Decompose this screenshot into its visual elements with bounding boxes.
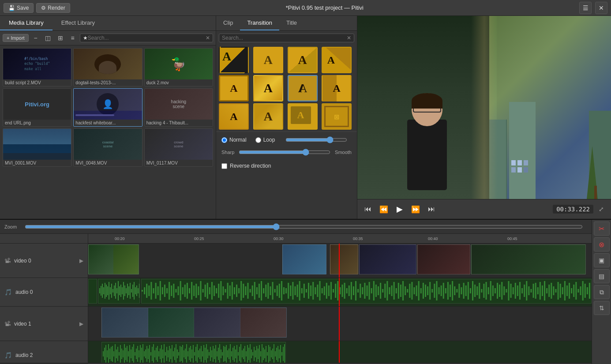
transition-item[interactable]: A: [322, 75, 352, 101]
svg-rect-346: [255, 350, 256, 357]
tool-link-button[interactable]: ⧉: [594, 285, 610, 299]
zoom-slider[interactable]: [25, 223, 583, 230]
audio-clip[interactable]: [98, 279, 140, 304]
clip-block[interactable]: [471, 244, 586, 274]
close-button[interactable]: ✕: [595, 2, 607, 14]
tool-ripple-button[interactable]: ▣: [594, 253, 610, 267]
clip-block[interactable]: [417, 244, 470, 274]
list-view-button[interactable]: ≡: [67, 33, 78, 43]
svg-rect-49: [182, 287, 184, 294]
audio-clip[interactable]: [88, 279, 97, 304]
transition-item[interactable]: A: [288, 47, 318, 73]
tool-swap-button[interactable]: ⇅: [594, 301, 610, 315]
svg-rect-241: [116, 349, 117, 358]
skip-to-start-button[interactable]: ⏮: [361, 202, 375, 216]
transition-item[interactable]: A: [253, 103, 283, 130]
svg-rect-316: [215, 345, 216, 363]
clear-search-icon[interactable]: ✕: [206, 35, 210, 41]
media-search-input[interactable]: [88, 35, 206, 41]
audio-clip[interactable]: [141, 279, 592, 304]
transition-item[interactable]: A: [288, 75, 318, 101]
svg-rect-264: [146, 346, 147, 362]
media-item[interactable]: coastalscene MVI_0048.MOV: [73, 128, 142, 167]
tab-transition[interactable]: Transition: [240, 16, 279, 30]
sharpness-slider[interactable]: [239, 149, 330, 156]
track-content-video-1[interactable]: [88, 307, 592, 341]
svg-rect-73: [236, 285, 237, 297]
track-content-audio-2[interactable]: [88, 341, 592, 363]
track-content-audio-0[interactable]: [88, 278, 592, 306]
media-item[interactable]: hackingscene hacking 4 - Thibault...: [144, 88, 213, 127]
rewind-button[interactable]: ⏪: [377, 202, 391, 216]
fast-forward-button[interactable]: ⏩: [409, 202, 423, 216]
save-label: Save: [17, 5, 29, 11]
reverse-direction-checkbox[interactable]: [221, 163, 227, 169]
track-content-video-0[interactable]: [88, 244, 592, 278]
transition-search-input[interactable]: [222, 35, 347, 41]
save-button[interactable]: 💾 Save: [4, 3, 34, 13]
tab-media-library[interactable]: Media Library: [0, 16, 52, 30]
loop-radio[interactable]: [255, 137, 261, 143]
tab-title[interactable]: Title: [279, 16, 304, 30]
fullscreen-button[interactable]: ⤢: [595, 203, 607, 215]
play-button[interactable]: ▶: [393, 202, 407, 216]
audio-clip[interactable]: [101, 342, 286, 363]
transition-item[interactable]: ⊠: [322, 103, 352, 130]
clear-transition-search-icon[interactable]: ✕: [347, 35, 351, 41]
clip-block[interactable]: [88, 244, 139, 274]
import-button[interactable]: + Import: [3, 34, 29, 42]
loop-mode-option[interactable]: Loop: [255, 137, 275, 143]
track-expand-video-0[interactable]: ▶: [79, 258, 83, 264]
arrange-button[interactable]: ⊞: [55, 33, 66, 43]
track-expand-video-1[interactable]: ▶: [79, 321, 83, 327]
transition-item[interactable]: A: [219, 75, 249, 101]
media-item[interactable]: #!/bin/bash echo "build" make all build …: [3, 48, 71, 86]
svg-rect-321: [222, 352, 223, 356]
svg-rect-108: [315, 287, 316, 294]
sharp-label: Sharp: [221, 150, 234, 155]
clip-block[interactable]: [101, 308, 287, 338]
media-item[interactable]: 🦆 duck 2.mov: [144, 48, 213, 86]
transition-item[interactable]: A: [288, 103, 318, 130]
skip-to-end-button[interactable]: ⏭: [424, 202, 439, 216]
svg-rect-14: [118, 281, 119, 300]
svg-rect-322: [223, 346, 224, 362]
media-item[interactable]: 👤 hackfest whiteboar...: [73, 88, 142, 127]
svg-rect-78: [247, 283, 248, 299]
menu-button[interactable]: ☰: [579, 2, 592, 14]
normal-mode-option[interactable]: Normal: [221, 137, 247, 143]
clip-block[interactable]: [359, 244, 416, 274]
transition-item[interactable]: A: [219, 47, 249, 73]
tool-razor-button[interactable]: ▤: [594, 269, 610, 283]
svg-rect-279: [166, 347, 167, 361]
transition-item[interactable]: A: [219, 103, 249, 130]
media-item[interactable]: Pitivi.org end URL.png: [3, 88, 71, 127]
svg-rect-272: [157, 346, 158, 362]
clip-block[interactable]: [330, 244, 358, 274]
tool-split-button[interactable]: ✂: [594, 221, 610, 236]
media-item[interactable]: dogtail-tests-2013-...: [73, 48, 142, 86]
svg-rect-28: [136, 285, 137, 296]
svg-rect-289: [180, 346, 180, 362]
media-item-label: duck 2.mov: [145, 79, 213, 86]
remove-media-button[interactable]: −: [30, 33, 41, 43]
svg-rect-209: [542, 285, 543, 296]
render-button[interactable]: ⚙ Render: [36, 3, 70, 13]
transition-item[interactable]: A: [253, 75, 283, 101]
svg-rect-235: [108, 344, 109, 363]
normal-radio[interactable]: [221, 137, 227, 143]
tab-clip[interactable]: Clip: [216, 16, 240, 30]
loop-slider[interactable]: [285, 136, 347, 143]
svg-rect-7: [109, 282, 109, 300]
svg-rect-40: [162, 287, 163, 294]
clip-block[interactable]: [282, 244, 326, 274]
media-item[interactable]: crowdscene MVI_0117.MOV: [144, 128, 213, 167]
svg-rect-349: [259, 345, 260, 363]
transition-item[interactable]: A: [322, 47, 352, 73]
transition-item[interactable]: A: [253, 47, 283, 73]
media-item[interactable]: MVI_0001.MOV: [3, 128, 71, 167]
tool-delete-button[interactable]: ⊗: [594, 237, 610, 251]
svg-rect-172: [458, 284, 460, 298]
tab-effect-library[interactable]: Effect Library: [52, 16, 104, 30]
clip-properties-button[interactable]: ◫: [43, 33, 53, 43]
